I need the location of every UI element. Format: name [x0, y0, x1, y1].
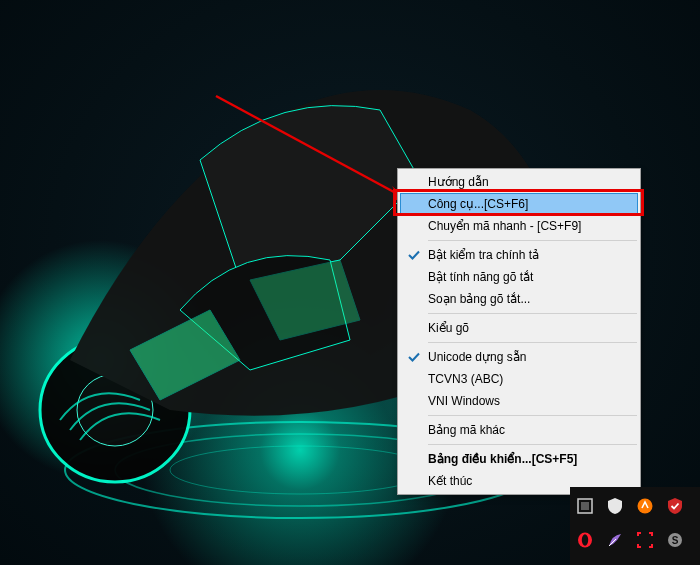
menu-label: Hướng dẫn: [428, 175, 489, 189]
menu-item-spellcheck[interactable]: Bật kiểm tra chính tả: [400, 244, 638, 266]
system-tray: S: [570, 487, 700, 565]
feather-icon[interactable]: [602, 525, 628, 555]
menu-label: Bật tính năng gõ tắt: [428, 270, 533, 284]
menu-label: Bật kiểm tra chính tả: [428, 248, 539, 262]
menu-separator: [428, 342, 637, 343]
skype-icon[interactable]: S: [662, 525, 688, 555]
menu-item-macros[interactable]: Bật tính năng gõ tắt: [400, 266, 638, 288]
menu-separator: [428, 313, 637, 314]
tray-hidden-icons[interactable]: [572, 491, 598, 521]
svg-point-2: [170, 446, 430, 494]
avast-icon[interactable]: [632, 491, 658, 521]
menu-item-vni[interactable]: VNI Windows: [400, 390, 638, 412]
windows-defender-icon[interactable]: [602, 491, 628, 521]
checkmark-icon[interactable]: [662, 491, 688, 521]
checkmark-icon: [406, 247, 422, 263]
unikey-context-menu: Hướng dẫn Công cụ...[CS+F6] Chuyển mã nh…: [397, 168, 641, 495]
menu-label: Soạn bảng gõ tắt...: [428, 292, 530, 306]
menu-item-control-panel[interactable]: Bảng điều khiển...[CS+F5]: [400, 448, 638, 470]
menu-item-unicode[interactable]: Unicode dựng sẵn: [400, 346, 638, 368]
menu-item-tools[interactable]: Công cụ...[CS+F6]: [400, 193, 638, 215]
focus-frame-icon[interactable]: [632, 525, 658, 555]
menu-separator: [428, 240, 637, 241]
menu-label: Unicode dựng sẵn: [428, 350, 526, 364]
svg-rect-10: [581, 502, 589, 510]
menu-label: VNI Windows: [428, 394, 500, 408]
menu-item-guide[interactable]: Hướng dẫn: [400, 171, 638, 193]
svg-point-13: [582, 534, 588, 546]
menu-label: Kết thúc: [428, 474, 472, 488]
menu-label: Bảng điều khiển...[CS+F5]: [428, 452, 577, 466]
menu-item-edit-macros[interactable]: Soạn bảng gõ tắt...: [400, 288, 638, 310]
checkmark-icon: [406, 349, 422, 365]
menu-item-other-encodings[interactable]: Bảng mã khác: [400, 419, 638, 441]
menu-item-tcvn3[interactable]: TCVN3 (ABC): [400, 368, 638, 390]
opera-icon[interactable]: [572, 525, 598, 555]
menu-item-input-method[interactable]: Kiểu gõ: [400, 317, 638, 339]
svg-text:S: S: [672, 535, 679, 546]
menu-label: Công cụ...[CS+F6]: [428, 197, 528, 211]
menu-separator: [428, 415, 637, 416]
menu-label: TCVN3 (ABC): [428, 372, 503, 386]
menu-label: Kiểu gõ: [428, 321, 469, 335]
menu-label: Bảng mã khác: [428, 423, 505, 437]
menu-separator: [428, 444, 637, 445]
menu-label: Chuyển mã nhanh - [CS+F9]: [428, 219, 581, 233]
menu-item-quick-convert[interactable]: Chuyển mã nhanh - [CS+F9]: [400, 215, 638, 237]
